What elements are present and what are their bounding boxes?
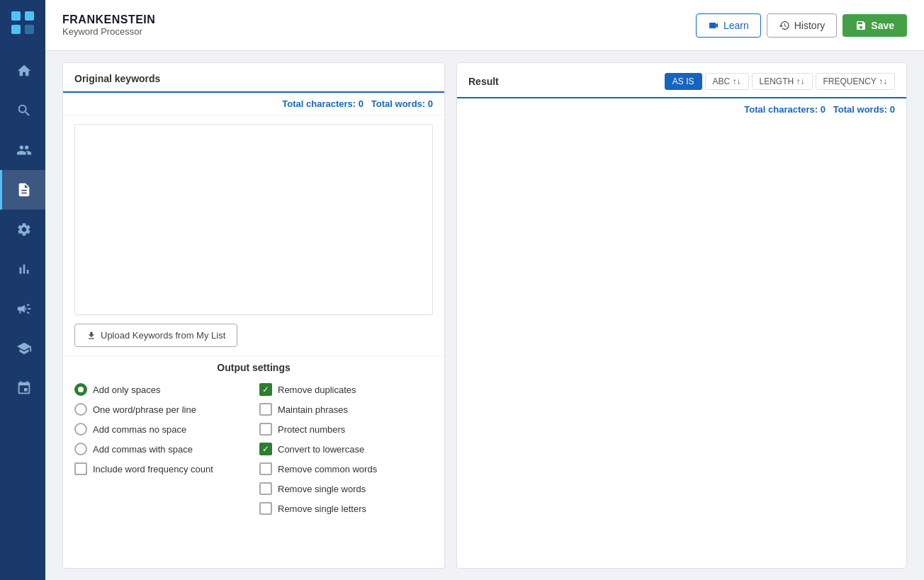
header: FRANKENSTEIN Keyword Processor Learn His… [45,0,924,51]
setting-convert-lowercase[interactable]: Convert to lowercase [259,443,433,455]
setting-word-frequency[interactable]: Include word frequency count [74,462,248,475]
right-chars-label: Total characters: [744,104,818,115]
setting-add-only-spaces[interactable]: Add only spaces [74,383,248,396]
setting-add-commas-with-space[interactable]: Add commas with space [74,443,248,455]
save-label: Save [871,20,894,31]
sidebar-item-pinned[interactable] [0,368,45,408]
app-logo [0,0,45,45]
sidebar-item-settings[interactable] [0,210,45,249]
main-content: FRANKENSTEIN Keyword Processor Learn His… [45,0,924,580]
left-stats-bar: Total characters: 0 Total words: 0 [63,93,444,115]
setting-remove-single-words[interactable]: Remove single words [259,482,433,495]
sidebar-item-document[interactable] [0,170,45,210]
setting-add-commas-no-space[interactable]: Add commas no space [74,423,248,436]
sort-abc-button[interactable]: ABC ↑↓ [705,73,749,90]
checkbox-remove-duplicates[interactable] [259,383,272,396]
right-words-label: Total words: [833,104,887,115]
svg-rect-0 [11,11,21,21]
sort-length-button[interactable]: LENGTH ↑↓ [752,73,813,90]
upload-keywords-button[interactable]: Upload Keywords from My List [74,324,237,347]
checkbox-remove-single-letters[interactable] [259,502,272,515]
result-content [457,120,906,568]
header-title: FRANKENSTEIN Keyword Processor [62,13,155,37]
setting-maintain-phrases[interactable]: Maintain phrases [259,403,433,416]
right-stats-bar: Total characters: 0 Total words: 0 [457,98,906,120]
output-settings: Output settings Add only spaces [63,356,444,526]
checkbox-protect-numbers[interactable] [259,423,272,436]
left-panel-title: Original keywords [74,73,160,84]
sidebar-item-home[interactable] [0,51,45,91]
sort-as-is-button[interactable]: AS IS [665,73,702,90]
sidebar-item-users[interactable] [0,130,45,170]
radio-add-commas-no-space[interactable] [74,423,87,436]
checkbox-word-frequency[interactable] [74,462,87,475]
setting-protect-numbers[interactable]: Protect numbers [259,423,433,436]
setting-remove-duplicates[interactable]: Remove duplicates [259,383,433,396]
right-panel-title: Result [468,76,499,87]
panels: Original keywords Total characters: 0 To… [62,62,907,569]
label-add-commas-with-space: Add commas with space [93,444,193,455]
sidebar [0,0,45,580]
radio-add-commas-with-space[interactable] [74,443,87,455]
label-convert-lowercase: Convert to lowercase [278,444,364,455]
label-protect-numbers: Protect numbers [278,424,345,435]
right-words-value: 0 [890,104,895,115]
label-remove-single-words: Remove single words [278,484,366,494]
setting-remove-common-words[interactable]: Remove common words [259,462,433,475]
words-value: 0 [428,98,433,109]
save-button[interactable]: Save [843,14,907,37]
svg-rect-3 [25,25,34,34]
page-content: Original keywords Total characters: 0 To… [45,51,924,580]
history-label: History [794,20,826,31]
label-add-only-spaces: Add only spaces [93,385,160,395]
sidebar-item-search[interactable] [0,91,45,130]
checkbox-remove-common-words[interactable] [259,462,272,475]
label-remove-duplicates: Remove duplicates [278,385,356,395]
label-add-commas-no-space: Add commas no space [93,424,186,435]
setting-one-word-per-line[interactable]: One word/phrase per line [74,403,248,416]
output-settings-title: Output settings [74,362,433,373]
history-button[interactable]: History [767,13,838,38]
settings-grid: Add only spaces One word/phrase per line… [74,383,433,515]
right-panel-header: Result AS IS ABC ↑↓ LENGTH ↑↓ FREQUENCY … [457,63,906,98]
left-panel-header: Original keywords [63,63,444,93]
sort-buttons: AS IS ABC ↑↓ LENGTH ↑↓ FREQUENCY ↑↓ [665,73,895,90]
right-panel: Result AS IS ABC ↑↓ LENGTH ↑↓ FREQUENCY … [456,62,907,569]
page-subtitle: Keyword Processor [62,26,155,37]
svg-rect-2 [11,25,21,34]
sidebar-item-education[interactable] [0,329,45,368]
checkbox-maintain-phrases[interactable] [259,403,272,416]
checkbox-convert-lowercase[interactable] [259,443,272,455]
keywords-textarea[interactable] [74,124,433,315]
sidebar-nav [0,51,45,408]
upload-keywords-label: Upload Keywords from My List [101,330,225,341]
settings-col-left: Add only spaces One word/phrase per line… [74,383,248,515]
words-label: Total words: [371,98,425,109]
radio-add-only-spaces[interactable] [74,383,87,396]
setting-remove-single-letters[interactable]: Remove single letters [259,502,433,515]
label-remove-common-words: Remove common words [278,464,377,474]
label-remove-single-letters: Remove single letters [278,504,366,514]
radio-one-word-per-line[interactable] [74,403,87,416]
left-panel: Original keywords Total characters: 0 To… [62,62,445,569]
checkbox-remove-single-words[interactable] [259,482,272,495]
right-chars-value: 0 [821,104,826,115]
chars-value: 0 [359,98,364,109]
label-maintain-phrases: Maintain phrases [278,404,348,415]
sidebar-item-campaigns[interactable] [0,289,45,329]
page-title: FRANKENSTEIN [62,13,155,26]
settings-col-right: Remove duplicates Maintain phrases Prote… [259,383,433,515]
learn-button[interactable]: Learn [696,13,761,38]
upload-btn-wrapper: Upload Keywords from My List [63,324,444,356]
svg-rect-1 [25,11,34,21]
label-word-frequency: Include word frequency count [93,464,213,474]
sort-frequency-button[interactable]: FREQUENCY ↑↓ [816,73,895,90]
header-actions: Learn History Save [696,13,907,38]
sidebar-item-analytics[interactable] [0,249,45,289]
learn-label: Learn [723,20,749,31]
chars-label: Total characters: [282,98,356,109]
label-one-word-per-line: One word/phrase per line [93,404,196,415]
